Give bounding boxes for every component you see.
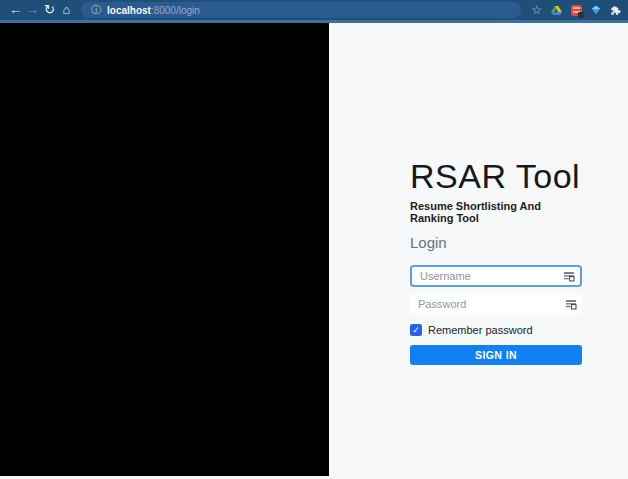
- red-extension-stripe: [573, 7, 580, 9]
- login-form: RSAR Tool Resume Shortlisting And Rankin…: [410, 157, 582, 365]
- autofill-icon[interactable]: [563, 270, 575, 282]
- remember-label: Remember password: [428, 324, 533, 336]
- toolbar-extensions-area: ☆: [531, 3, 621, 17]
- page-body: RSAR Tool Resume Shortlisting And Rankin…: [0, 23, 628, 476]
- app-title: RSAR Tool: [410, 157, 582, 196]
- login-heading: Login: [410, 234, 582, 251]
- forward-icon[interactable]: →: [24, 0, 41, 20]
- url-path-text: :8000/login: [151, 5, 200, 16]
- password-field-wrapper: [410, 294, 582, 314]
- browser-toolbar: ← → ↻ ⌂ ⓘ localhost:8000/login ☆: [0, 0, 628, 23]
- app-subtitle: Resume Shortlisting And Ranking Tool: [410, 200, 582, 224]
- autofill-icon[interactable]: [565, 298, 577, 310]
- login-panel: RSAR Tool Resume Shortlisting And Rankin…: [329, 23, 628, 476]
- extension-badge: [578, 12, 584, 18]
- gem-extension-icon[interactable]: [591, 5, 601, 15]
- bookmark-star-icon[interactable]: ☆: [531, 3, 542, 17]
- site-info-icon[interactable]: ⓘ: [91, 3, 101, 17]
- red-extension-icon[interactable]: [571, 5, 582, 16]
- remember-checkbox[interactable]: ✓: [410, 324, 422, 336]
- browser-window: ← → ↻ ⌂ ⓘ localhost:8000/login ☆: [0, 0, 628, 476]
- puzzle-extensions-icon[interactable]: [610, 5, 621, 16]
- address-bar[interactable]: ⓘ localhost:8000/login: [81, 2, 521, 18]
- sign-in-button[interactable]: SIGN IN: [410, 345, 582, 365]
- home-icon[interactable]: ⌂: [58, 0, 75, 20]
- username-input[interactable]: [412, 267, 584, 285]
- username-field-wrapper: [410, 265, 582, 287]
- drive-icon[interactable]: [551, 5, 562, 16]
- back-icon[interactable]: ←: [7, 0, 24, 20]
- password-input[interactable]: [410, 294, 582, 314]
- reload-icon[interactable]: ↻: [41, 0, 58, 20]
- url-host-text: localhost: [107, 5, 151, 16]
- left-dark-panel: [0, 23, 329, 476]
- remember-password-row: ✓ Remember password: [410, 324, 582, 336]
